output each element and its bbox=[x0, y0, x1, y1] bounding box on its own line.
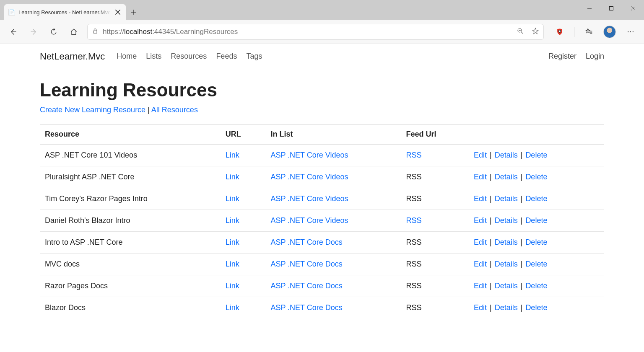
resource-link[interactable]: Link bbox=[226, 303, 239, 312]
create-new-link[interactable]: Create New Learning Resource bbox=[40, 106, 145, 114]
address-bar[interactable]: https://localhost:44345/LearningResource… bbox=[87, 24, 544, 40]
close-window-button[interactable] bbox=[622, 0, 644, 17]
adblock-icon[interactable] bbox=[551, 23, 569, 41]
menu-button[interactable] bbox=[621, 23, 640, 41]
cell-feed: RSS bbox=[401, 210, 469, 232]
cell-inlist: ASP .NET Core Videos bbox=[265, 188, 401, 210]
feed-link[interactable]: RSS bbox=[406, 151, 421, 159]
inlist-link[interactable]: ASP .NET Core Docs bbox=[270, 282, 342, 290]
nav-login[interactable]: Login bbox=[586, 52, 604, 61]
cell-actions: Edit | Details | Delete bbox=[469, 275, 604, 297]
cell-inlist: ASP .NET Core Videos bbox=[265, 210, 401, 232]
brand[interactable]: NetLearner.Mvc bbox=[40, 51, 105, 62]
details-link[interactable]: Details bbox=[495, 151, 518, 159]
edit-link[interactable]: Edit bbox=[474, 260, 487, 268]
site-nav: NetLearner.Mvc Home Lists Resources Feed… bbox=[0, 44, 644, 69]
cell-url: Link bbox=[221, 275, 266, 297]
minimize-button[interactable] bbox=[579, 0, 600, 17]
zoom-icon[interactable] bbox=[517, 27, 524, 37]
tab-title: Learning Resources - NetLearner.Mvc bbox=[18, 9, 111, 16]
address-url: https://localhost:44345/LearningResource… bbox=[103, 28, 512, 36]
details-link[interactable]: Details bbox=[495, 303, 518, 312]
home-button[interactable] bbox=[65, 23, 83, 41]
all-resources-link[interactable]: All Resources bbox=[151, 106, 198, 114]
action-separator: | bbox=[518, 173, 526, 181]
details-link[interactable]: Details bbox=[495, 194, 518, 203]
delete-link[interactable]: Delete bbox=[525, 173, 547, 181]
action-separator: | bbox=[518, 303, 526, 312]
edit-link[interactable]: Edit bbox=[474, 303, 487, 312]
resource-link[interactable]: Link bbox=[226, 260, 239, 268]
favorite-icon[interactable] bbox=[532, 27, 539, 37]
details-link[interactable]: Details bbox=[495, 216, 518, 225]
inlist-link[interactable]: ASP .NET Core Docs bbox=[270, 260, 342, 268]
favicon-icon: 📄 bbox=[8, 9, 15, 16]
refresh-button[interactable] bbox=[44, 23, 63, 41]
nav-register[interactable]: Register bbox=[548, 52, 576, 61]
details-link[interactable]: Details bbox=[495, 238, 518, 246]
action-separator: | bbox=[518, 282, 526, 290]
svg-point-5 bbox=[633, 31, 634, 32]
page-viewport[interactable]: NetLearner.Mvc Home Lists Resources Feed… bbox=[0, 44, 644, 352]
url-host: localhost bbox=[124, 28, 152, 36]
col-resource: Resource bbox=[40, 125, 221, 145]
edit-link[interactable]: Edit bbox=[474, 282, 487, 290]
table-row: MVC docsLinkASP .NET Core DocsRSSEdit | … bbox=[40, 254, 604, 275]
resource-link[interactable]: Link bbox=[226, 173, 239, 181]
titlebar: 📄 Learning Resources - NetLearner.Mvc bbox=[0, 0, 644, 20]
action-separator: | bbox=[487, 282, 495, 290]
nav-link-lists[interactable]: Lists bbox=[146, 52, 161, 61]
delete-link[interactable]: Delete bbox=[525, 151, 547, 159]
action-separator: | bbox=[487, 260, 495, 268]
delete-link[interactable]: Delete bbox=[525, 303, 547, 312]
inlist-link[interactable]: ASP .NET Core Videos bbox=[270, 151, 348, 159]
maximize-button[interactable] bbox=[600, 0, 622, 17]
inlist-link[interactable]: ASP .NET Core Videos bbox=[270, 194, 348, 203]
svg-rect-1 bbox=[93, 31, 97, 33]
resource-link[interactable]: Link bbox=[226, 216, 239, 225]
edit-link[interactable]: Edit bbox=[474, 151, 487, 159]
edit-link[interactable]: Edit bbox=[474, 238, 487, 246]
cell-resource: Blazor Docs bbox=[40, 297, 221, 319]
table-row: Tim Corey's Razor Pages IntroLinkASP .NE… bbox=[40, 188, 604, 210]
inlist-link[interactable]: ASP .NET Core Docs bbox=[270, 303, 342, 312]
details-link[interactable]: Details bbox=[495, 260, 518, 268]
window-controls bbox=[579, 0, 644, 17]
favorites-bar-icon[interactable] bbox=[579, 23, 598, 41]
delete-link[interactable]: Delete bbox=[525, 260, 547, 268]
browser-tab[interactable]: 📄 Learning Resources - NetLearner.Mvc bbox=[4, 4, 126, 20]
resource-link[interactable]: Link bbox=[226, 238, 239, 246]
details-link[interactable]: Details bbox=[495, 282, 518, 290]
cell-inlist: ASP .NET Core Docs bbox=[265, 232, 401, 254]
forward-button[interactable] bbox=[24, 23, 43, 41]
edit-link[interactable]: Edit bbox=[474, 194, 487, 203]
cell-inlist: ASP .NET Core Docs bbox=[265, 254, 401, 275]
details-link[interactable]: Details bbox=[495, 173, 518, 181]
close-tab-button[interactable] bbox=[114, 8, 122, 16]
nav-right: Register Login bbox=[548, 52, 604, 61]
action-separator: | bbox=[487, 303, 495, 312]
nav-link-tags[interactable]: Tags bbox=[246, 52, 262, 61]
delete-link[interactable]: Delete bbox=[525, 194, 547, 203]
edit-link[interactable]: Edit bbox=[474, 173, 487, 181]
nav-link-home[interactable]: Home bbox=[117, 52, 137, 61]
resource-link[interactable]: Link bbox=[226, 194, 239, 203]
new-tab-button[interactable] bbox=[126, 4, 142, 20]
resource-link[interactable]: Link bbox=[226, 282, 239, 290]
delete-link[interactable]: Delete bbox=[525, 216, 547, 225]
inlist-link[interactable]: ASP .NET Core Docs bbox=[270, 238, 342, 246]
nav-link-resources[interactable]: Resources bbox=[171, 52, 207, 61]
resources-table: Resource URL In List Feed Url ASP .NET C… bbox=[40, 124, 604, 318]
feed-link[interactable]: RSS bbox=[406, 216, 421, 225]
profile-avatar[interactable] bbox=[600, 23, 619, 41]
browser-toolbar: https://localhost:44345/LearningResource… bbox=[0, 20, 644, 44]
back-button[interactable] bbox=[4, 23, 23, 41]
inlist-link[interactable]: ASP .NET Core Videos bbox=[270, 173, 348, 181]
inlist-link[interactable]: ASP .NET Core Videos bbox=[270, 216, 348, 225]
delete-link[interactable]: Delete bbox=[525, 238, 547, 246]
url-prefix: https:// bbox=[103, 28, 124, 36]
nav-link-feeds[interactable]: Feeds bbox=[216, 52, 237, 61]
delete-link[interactable]: Delete bbox=[525, 282, 547, 290]
edit-link[interactable]: Edit bbox=[474, 216, 487, 225]
resource-link[interactable]: Link bbox=[226, 151, 239, 159]
